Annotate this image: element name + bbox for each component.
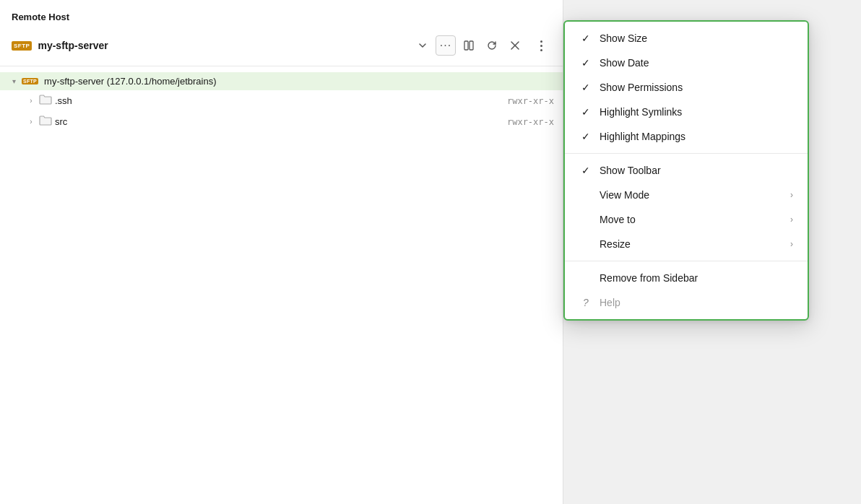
- menu-section-other: ✓ Remove from Sidebar ? Help: [565, 261, 808, 319]
- chevron-right-icon: ›: [26, 118, 36, 126]
- context-menu: ✓ Show Size ✓ Show Date ✓ Show Permissio…: [563, 20, 809, 321]
- menu-section-toolbar: ✓ Show Toolbar ✓ View Mode › ✓ Move to ›…: [565, 153, 808, 261]
- server-name-label: my-sftp-server: [38, 40, 108, 51]
- menu-item-show-permissions[interactable]: ✓ Show Permissions: [565, 75, 808, 100]
- menu-label: View Mode: [600, 189, 783, 201]
- checkmark-icon: ✓: [579, 32, 592, 44]
- menu-label: Highlight Symlinks: [600, 106, 793, 118]
- menu-item-show-toolbar[interactable]: ✓ Show Toolbar: [565, 158, 808, 183]
- menu-item-remove-from-sidebar[interactable]: ✓ Remove from Sidebar: [565, 266, 808, 290]
- folder-icon: [39, 115, 52, 129]
- menu-item-show-date[interactable]: ✓ Show Date: [565, 51, 808, 75]
- sftp-badge: SFTP: [12, 41, 32, 51]
- tree-root-name: my-sftp-server (127.0.0.1/home/jetbrains…: [44, 76, 554, 87]
- chevron-right-icon: ›: [790, 239, 793, 249]
- menu-section-display: ✓ Show Size ✓ Show Date ✓ Show Permissio…: [565, 22, 808, 153]
- menu-item-highlight-mappings[interactable]: ✓ Highlight Mappings: [565, 124, 808, 149]
- file-tree: ▾ SFTP my-sftp-server (127.0.0.1/home/je…: [0, 66, 563, 138]
- chevron-right-icon: ›: [790, 190, 793, 200]
- menu-label: Show Toolbar: [600, 165, 793, 176]
- tree-item-perms: rwxr-xr-x: [507, 117, 554, 127]
- menu-label: Help: [600, 297, 793, 308]
- checkmark-icon: ✓: [579, 82, 592, 93]
- ellipsis-button[interactable]: ···: [436, 35, 456, 56]
- panel-header: Remote Host SFTP my-sftp-server ···: [0, 0, 563, 66]
- tree-item-name: src: [55, 116, 498, 127]
- checkmark-icon: ✓: [579, 57, 592, 69]
- close-button[interactable]: [505, 35, 525, 56]
- menu-item-help[interactable]: ? Help: [565, 290, 808, 315]
- checkmark-icon: ✓: [579, 106, 592, 118]
- menu-label: Resize: [600, 238, 783, 250]
- checkmark-icon: ✓: [579, 131, 592, 142]
- folder-icon: [39, 94, 52, 108]
- menu-label: Show Date: [600, 57, 793, 69]
- menu-item-move-to[interactable]: ✓ Move to ›: [565, 207, 808, 232]
- split-button[interactable]: [459, 35, 479, 56]
- toolbar-icons: ···: [412, 35, 551, 56]
- server-row: SFTP my-sftp-server ···: [12, 31, 551, 60]
- menu-item-show-size[interactable]: ✓ Show Size: [565, 26, 808, 51]
- menu-item-view-mode[interactable]: ✓ View Mode ›: [565, 183, 808, 207]
- three-dot-menu-button[interactable]: [531, 35, 551, 56]
- tree-item-name: .ssh: [55, 95, 498, 106]
- tree-root-item[interactable]: ▾ SFTP my-sftp-server (127.0.0.1/home/je…: [0, 72, 563, 90]
- menu-label: Move to: [600, 214, 783, 225]
- server-name-area: SFTP my-sftp-server: [12, 40, 108, 51]
- checkmark-icon: ✓: [579, 165, 592, 176]
- remote-host-panel: Remote Host SFTP my-sftp-server ···: [0, 0, 563, 504]
- refresh-button[interactable]: [482, 35, 502, 56]
- menu-label: Highlight Mappings: [600, 131, 793, 142]
- sftp-badge-small: SFTP: [22, 78, 38, 84]
- help-icon: ?: [579, 297, 592, 308]
- svg-rect-0: [464, 41, 468, 50]
- menu-label: Remove from Sidebar: [600, 272, 793, 284]
- panel-title: Remote Host: [12, 12, 551, 22]
- tree-item[interactable]: › .ssh rwxr-xr-x: [0, 90, 563, 111]
- chevron-right-icon: ›: [26, 97, 36, 105]
- tree-item-perms: rwxr-xr-x: [507, 96, 554, 106]
- chevron-down-icon: ▾: [9, 77, 19, 85]
- dots-vertical-icon: [535, 40, 547, 51]
- menu-item-highlight-symlinks[interactable]: ✓ Highlight Symlinks: [565, 100, 808, 124]
- svg-rect-1: [470, 41, 473, 50]
- dropdown-button[interactable]: [412, 35, 433, 56]
- menu-label: Show Permissions: [600, 82, 793, 93]
- menu-item-resize[interactable]: ✓ Resize ›: [565, 232, 808, 256]
- tree-item[interactable]: › src rwxr-xr-x: [0, 111, 563, 132]
- menu-label: Show Size: [600, 32, 793, 44]
- chevron-right-icon: ›: [790, 214, 793, 225]
